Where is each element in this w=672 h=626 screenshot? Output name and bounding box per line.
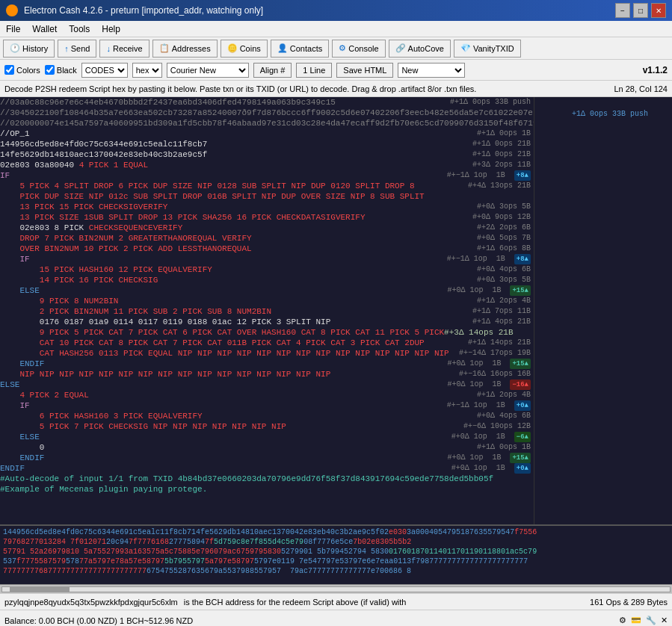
code-line-34: 0 #+1Δ 0ops 1B [0,442,534,453]
titlebar-left: Electron Cash 4.2.6 - preturn [imported_… [6,4,263,16]
code-line-32: 5 PICK 7 PICK CHECKSIG NIP NIP NIP NIP N… [0,421,534,432]
console-icon: ⚙ [339,43,346,53]
info-text: Decode P2SH redeem Script hex by pasting… [4,84,476,93]
addresses-icon: 📋 [159,43,170,53]
infobar: Decode P2SH redeem Script hex by pasting… [0,81,672,97]
align-button[interactable]: Align # [253,63,292,78]
code-line-28: ELSE #+0Δ 1op 1B −16▲ [0,379,534,390]
code-line-36: ENDIF #+0Δ 1op 1B +0▲ [0,463,534,474]
menubar: File Wallet Tools Help [0,21,672,37]
code-and-right: //03a0c88c96e7e6c44eb4670bbbd2f2437ea6bd… [0,97,672,524]
settings-icon[interactable]: ⚙ [619,616,626,625]
black-checkbox-label[interactable]: Black [45,65,77,75]
receive-button[interactable]: ↓ Receive [99,40,149,58]
position-label: Ln 28, Col 124 [614,84,668,93]
hex-line-4: 537f777558757957877a5797e78a57e587975b79… [3,557,669,566]
code-line-14: DROP 7 PICK BIN2NUM 2 GREATERTHANOREQUAL… [0,233,534,244]
app-icon [6,4,18,16]
address-display: pzylqqjnpe8qyudx5q3tx5pwzkkfpdxgjqur5c6x… [4,598,178,607]
vanitytxid-button[interactable]: 💎 VanityTXID [454,40,521,58]
vanitytxid-icon: 💎 [460,43,471,53]
code-line-10: PICK DUP SIZE NIP 012c SUB SPLIT DROP 01… [0,191,534,202]
menu-file[interactable]: File [0,22,26,36]
code-line-2: //3045022100f108464b35a7e663ea502cb73287… [0,108,534,118]
code-line-18: 14 PICK 16 PICK CHECKSIG #+0Δ 3ops 5B [0,275,534,285]
code-line-29: 4 PICK 2 EQUAL #+1Δ 2ops 4B [0,390,534,400]
console-button[interactable]: ⚙ Console [332,40,385,58]
code-line-38: #Example of Mecenas plugin paying proteg… [0,484,534,495]
balance-bar: Balance: 0.00 BCH (0.00 NZD) 1 BCH~512.9… [0,610,672,626]
hex-select[interactable]: hex [132,63,162,78]
status-middle: is the BCH address for the redeem Script… [184,598,407,607]
code-line-12: 13 PICK SIZE 1SUB SPLIT DROP 13 PICK SHA… [0,212,534,223]
code-line-17: 15 PICK HASH160 12 PICK EQUALVERIFY #+0Δ… [0,264,534,275]
code-content: //03a0c88c96e7e6c44eb4670bbbd2f2437ea6bd… [0,97,534,495]
code-line-6: 14fe5629db14810aec1370042e83eb40c3b2ae9c… [0,149,534,160]
version-label: v1.1.2 [643,65,668,75]
hex-line-1: 144956cd5ed8e4fd0c75c6344e691c5ealc11f8c… [3,527,669,537]
titlebar-title: Electron Cash 4.2.6 - preturn [imported_… [24,5,263,16]
code-line-3: //0200000074e145a7597a40609951bd309a1fd5… [0,118,534,128]
code-line-26: ENDIF #+0Δ 1op 1B +15▲ [0,359,534,369]
code-line-31: 6 PICK HASH160 3 PICK EQUALVERIFY #+0Δ 4… [0,411,534,421]
code-line-35: ENDIF #+0Δ 1op 1B +15▲ [0,453,534,463]
code-editor[interactable]: //03a0c88c96e7e6c44eb4670bbbd2f2437ea6bd… [0,97,534,524]
font-select[interactable]: Courier New [167,63,249,78]
history-button[interactable]: 🕐 History [3,40,55,58]
code-line-24: CAT 10 PICK CAT 8 PICK CAT 7 PICK CAT 01… [0,338,534,348]
hex-line-2: 79768277013284 7f01207120c947f7776168277… [3,537,669,547]
code-line-23: 9 PICK 5 PICK CAT 7 PICK CAT 6 PICK CAT … [0,327,534,338]
contacts-icon: 👤 [277,43,288,53]
scroll-track[interactable] [1,586,671,592]
titlebar-controls: − □ ✕ [615,3,666,18]
code-line-25: CAT HASH256 0113 PICK EQUAL NIP NIP NIP … [0,348,534,359]
menu-wallet[interactable]: Wallet [26,22,63,36]
scrollbar-horizontal[interactable] [0,584,672,593]
autocove-button[interactable]: 🔗 AutoCove [389,40,451,58]
hex-display[interactable]: 144956cd5ed8e4fd0c75c6344e691c5ealc11f8c… [0,524,672,584]
main-wrapper: //03a0c88c96e7e6c44eb4670bbbd2f2437ea6bd… [0,97,672,584]
code-line-27: NIP NIP NIP NIP NIP NIP NIP NIP NIP NIP … [0,369,534,379]
codes-select[interactable]: CODES [81,63,128,78]
contacts-button[interactable]: 👤 Contacts [271,40,329,58]
receive-icon: ↓ [106,44,111,53]
right-stats-panel: +1Δ 0ops 33B push [534,97,672,524]
toolbar: 🕐 History ↑ Send ↓ Receive 📋 Addresses 🪙… [0,37,672,60]
code-line-4: //OP_1 #+1Δ 0ops 1B [0,128,534,139]
lines-button[interactable]: 1 Line [296,63,332,78]
new-select[interactable]: New [398,63,465,78]
code-line-15: OVER BIN2NUM 10 PICK 2 PICK ADD LESSTHAN… [0,244,534,254]
code-line-7: 02e803 03a80040 4 PICK 1 EQUAL #+3Δ 2ops… [0,160,534,170]
savehtml-button[interactable]: Save HTML [336,63,393,78]
code-line-1: //03a0c88c96e7e6c44eb4670bbbd2f2437ea6bd… [0,97,534,108]
statusbar: pzylqqjnpe8qyudx5q3tx5pwzkkfpdxgjqur5c6x… [0,593,672,610]
menu-tools[interactable]: Tools [63,22,96,36]
maximize-button[interactable]: □ [633,3,648,18]
autocove-icon: 🔗 [395,43,406,53]
code-line-13: 02e803 8 PICK CHECKSEQUENCEVERIFY #+2Δ 2… [0,223,534,233]
optionsbar: Colors Black CODES hex Courier New Align… [0,60,672,81]
send-button[interactable]: ↑ Send [58,40,96,58]
menu-help[interactable]: Help [96,22,126,36]
wallet-icon[interactable]: 💳 [631,616,641,625]
minimize-button[interactable]: − [615,3,630,18]
black-checkbox[interactable] [45,65,55,75]
balance-text: Balance: 0.00 BCH (0.00 NZD) 1 BCH~512.9… [4,616,193,625]
close-button[interactable]: ✕ [651,3,666,18]
tools-icon[interactable]: 🔧 [646,616,656,625]
code-line-20: 9 PICK 8 NUM2BIN #+1Δ 2ops 4B [0,296,534,306]
code-line-11: 13 PICK 15 PICK CHECKSIGVERIFY #+0Δ 3ops… [0,202,534,212]
code-line-19: ELSE #+0Δ 1op 1B +15▲ [0,285,534,296]
code-line-16: IF #+−1Δ 1op 1B +8▲ [0,254,534,264]
addresses-button[interactable]: 📋 Addresses [152,40,218,58]
scroll-thumb[interactable] [10,587,70,592]
code-line-9: 5 PICK 4 SPLIT DROP 6 PICK DUP SIZE NIP … [0,181,534,191]
coins-button[interactable]: 🪙 Coins [221,40,268,58]
close-icon[interactable]: ✕ [661,616,668,625]
hex-line-3: 57791 52a26979810 5a75527993a163575a5c75… [3,547,669,557]
hex-line-5: 7777777768777777777777777777777767547552… [3,566,669,576]
ops-count: 161 Ops & 289 Bytes [590,598,668,607]
code-line-30: IF #+−1Δ 1op 1B +0▲ [0,400,534,411]
colors-checkbox[interactable] [4,65,14,75]
colors-checkbox-label[interactable]: Colors [4,65,40,75]
